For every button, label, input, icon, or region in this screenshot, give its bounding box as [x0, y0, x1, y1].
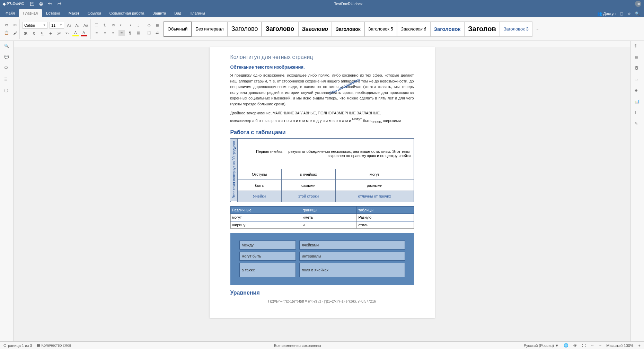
print-icon[interactable] [39, 1, 44, 6]
zoom-in-icon[interactable]: + [638, 343, 641, 348]
chat-icon[interactable]: 🗨 [4, 66, 10, 71]
style-heading[interactable]: Заголовок [430, 21, 465, 37]
document-canvas[interactable]: Колонтитул для четных страниц Обтекание … [14, 41, 630, 341]
font-size-select[interactable]: ▼ [50, 22, 64, 29]
redo-icon[interactable] [57, 1, 62, 6]
tab-protect[interactable]: Защита [148, 9, 170, 17]
font-name-select[interactable]: ▼ [23, 22, 47, 29]
tab-plugins[interactable]: Плагины [185, 9, 209, 17]
align-right-icon[interactable]: ≡ [110, 30, 116, 36]
tab-insert[interactable]: Вставка [42, 9, 64, 17]
superscript-icon[interactable]: x² [56, 30, 62, 36]
highlight-icon[interactable]: A [72, 30, 79, 36]
merged-cell: Первая ячейка — результат объединения не… [237, 138, 414, 169]
zoom-level[interactable]: Масштаб 100% [606, 343, 633, 348]
style-normal[interactable]: Обычный [164, 21, 192, 37]
titlebar: ◆ Р7-ОФИС TestDocRU.docx ТВ [0, 0, 644, 8]
style-heading[interactable]: Заголовок [332, 21, 364, 37]
style-heading6[interactable]: Заголовок 6 [397, 21, 430, 37]
textart-settings-icon[interactable]: T [635, 110, 640, 116]
italic-icon[interactable]: К [31, 30, 37, 36]
style-heading[interactable]: Заголов [464, 21, 500, 37]
fit-page-icon[interactable]: ⛶ [582, 343, 586, 348]
copy-icon[interactable]: ⧉ [3, 22, 10, 28]
spellcheck-icon[interactable]: 🌐 [564, 343, 568, 348]
paste-icon[interactable]: 📋 [3, 30, 10, 36]
bold-icon[interactable]: Ж [23, 30, 29, 36]
insert-table-icon[interactable]: ▦ [154, 22, 160, 28]
page: Колонтитул для четных страниц Обтекание … [210, 47, 435, 318]
statusbar: Страница 1 из 3 ▦ Количество слов Все из… [0, 341, 644, 349]
strike-icon[interactable]: T [47, 30, 54, 36]
body-text: Я предвижу одно возражение, исходящее ли… [230, 72, 414, 107]
shape-settings-icon[interactable]: ◆ [635, 88, 640, 94]
select-all-icon[interactable]: ⬚ [146, 30, 152, 36]
line-spacing-icon[interactable]: ↕ [135, 22, 141, 28]
indent-dec-icon[interactable]: ⇤ [118, 22, 125, 28]
shading-icon[interactable]: ▦ [135, 30, 141, 36]
tab-links[interactable]: Ссылки [83, 9, 105, 17]
zoom-out-icon[interactable]: − [599, 343, 601, 348]
font-color-icon[interactable]: A [81, 30, 87, 36]
comments-icon[interactable]: 💬 [4, 55, 10, 60]
access-button[interactable]: 👥 Доступ [597, 11, 616, 16]
navigation-icon[interactable]: ☰ [4, 77, 10, 82]
tab-home[interactable]: Главная [19, 9, 42, 17]
language-select[interactable]: Русский (Россия) ▼ [524, 343, 559, 348]
align-justify-icon[interactable]: ≡ [118, 30, 125, 36]
favorite-icon[interactable]: ☆ [627, 11, 631, 16]
fit-width-icon[interactable]: ↔ [591, 343, 594, 348]
image-settings-icon[interactable]: 🖼 [635, 66, 640, 71]
numbering-icon[interactable]: ⒈ [102, 22, 108, 28]
style-heading[interactable]: Заголово [262, 21, 298, 37]
paragraph-settings-icon[interactable]: ¶ [635, 44, 640, 49]
signature-icon[interactable]: ✎ [635, 121, 640, 127]
header-settings-icon[interactable]: ▭ [635, 77, 640, 82]
ruler[interactable] [14, 41, 630, 47]
user-avatar[interactable]: ТВ [635, 1, 641, 7]
replace-icon[interactable]: ⇄ [154, 30, 160, 36]
right-panel: ¶ ▦ 🖼 ▭ ◆ 📊 T ✎ [630, 41, 644, 341]
style-nospacing[interactable]: Без интервал [192, 21, 227, 37]
tab-view[interactable]: Вид [170, 9, 185, 17]
open-location-icon[interactable]: ▢ [620, 11, 623, 16]
page-indicator[interactable]: Страница 1 из 3 [3, 343, 32, 348]
style-heading[interactable]: Заголово [228, 21, 262, 37]
increase-font-icon[interactable]: A↑ [66, 22, 72, 28]
subscript-icon[interactable]: x₂ [64, 30, 70, 36]
decrease-font-icon[interactable]: A↓ [74, 22, 81, 28]
format-painter-icon[interactable]: 🖌 [12, 30, 18, 36]
track-changes-icon[interactable]: 👁 [573, 343, 577, 348]
clear-style-icon[interactable]: ◇ [146, 22, 152, 28]
nonprinting-icon[interactable]: ¶ [127, 30, 133, 36]
tab-collab[interactable]: Совместная работа [105, 9, 149, 17]
save-status: Все изменения сохранены [274, 343, 321, 348]
search-icon[interactable]: 🔍 [635, 11, 640, 16]
menubar: Файл Главная Вставка Макет Ссылки Совмес… [0, 8, 644, 17]
multilevel-icon[interactable]: ⧉ [110, 22, 116, 28]
style-heading[interactable]: Заголово [298, 21, 332, 37]
page-header: Колонтитул для четных страниц [230, 54, 414, 60]
underline-icon[interactable]: Ч [39, 30, 45, 36]
table-settings-icon[interactable]: ▦ [635, 55, 640, 60]
style-heading3[interactable]: Заголовок 3 [500, 21, 532, 37]
tab-file[interactable]: Файл [1, 9, 19, 17]
chart-settings-icon[interactable]: 📊 [635, 99, 640, 105]
tab-layout[interactable]: Макет [64, 9, 83, 17]
indent-inc-icon[interactable]: ⇥ [127, 22, 133, 28]
align-center-icon[interactable]: ≡ [102, 30, 108, 36]
save-icon[interactable] [30, 1, 35, 6]
style-heading5[interactable]: Заголовок 5 [364, 21, 397, 37]
word-count[interactable]: ▦ Количество слов [37, 343, 71, 348]
find-icon[interactable]: 🔍 [4, 44, 10, 49]
undo-icon[interactable] [48, 1, 53, 6]
styles-expand-icon[interactable]: ⌄ [535, 26, 541, 32]
cut-icon[interactable]: ✂ [12, 22, 18, 28]
table-3-wrap: Междуячейками могут бытьинтервалы а такж… [230, 233, 414, 285]
feedback-icon[interactable]: ⓘ [4, 88, 10, 94]
align-left-icon[interactable]: ≡ [94, 30, 100, 36]
change-case-icon[interactable]: Aa [83, 22, 89, 28]
table-1: Этот текст повернут на 90 градусов Перва… [230, 138, 414, 202]
bullets-icon[interactable]: ☰ [94, 22, 100, 28]
svg-rect-3 [40, 2, 42, 3]
